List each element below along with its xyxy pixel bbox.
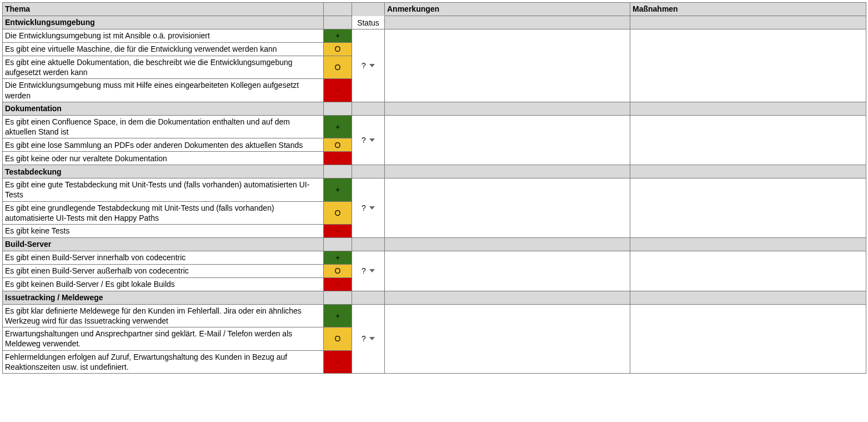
rag-cell: + bbox=[324, 115, 352, 138]
section-rag-blank bbox=[324, 102, 352, 115]
section-anm-blank bbox=[385, 102, 630, 115]
item-text: Es gibt keine oder nur veraltete Dokumen… bbox=[5, 154, 167, 163]
rag-cell: O bbox=[324, 138, 352, 152]
status-value: ? bbox=[362, 61, 366, 71]
item-text: Es gibt eine grundlegende Testabdeckung … bbox=[5, 203, 274, 222]
section-title: Build-Server bbox=[5, 240, 51, 249]
massnahmen-cell[interactable] bbox=[630, 304, 866, 373]
section-status-blank bbox=[352, 237, 385, 251]
section-rag-blank bbox=[324, 237, 352, 251]
anmerkungen-cell[interactable] bbox=[385, 304, 630, 373]
status-value: ? bbox=[362, 203, 366, 213]
status-column-label: Status bbox=[357, 18, 379, 27]
status-dropdown[interactable]: ? bbox=[352, 115, 385, 165]
rag-cell: + bbox=[324, 178, 352, 201]
item-text: Es gibt eine gute Testabdeckung mit Unit… bbox=[5, 180, 309, 199]
section-title: Issuetracking / Meldewege bbox=[5, 293, 103, 302]
section-title: Dokumentation bbox=[5, 104, 62, 113]
status-dropdown[interactable]: ? bbox=[352, 251, 385, 291]
item-text: Es gibt eine virtuelle Maschine, die für… bbox=[5, 44, 277, 53]
col-header-massnahmen: Maßnahmen bbox=[633, 4, 678, 13]
anmerkungen-cell[interactable] bbox=[385, 115, 630, 165]
section-rag-blank bbox=[324, 165, 352, 178]
rag-cell: O bbox=[324, 201, 352, 224]
section-mass-blank bbox=[630, 16, 866, 29]
section-mass-blank bbox=[630, 237, 866, 251]
rag-cell: + bbox=[324, 304, 352, 327]
status-dropdown[interactable]: ? bbox=[352, 178, 385, 238]
massnahmen-cell[interactable] bbox=[630, 178, 866, 238]
status-value: ? bbox=[362, 135, 366, 145]
item-text: Es gibt klar definierte Meldewege für de… bbox=[5, 306, 302, 325]
section-anm-blank bbox=[385, 165, 630, 178]
section-anm-blank bbox=[385, 237, 630, 251]
section-status-blank bbox=[352, 102, 385, 115]
chevron-down-icon[interactable] bbox=[369, 337, 375, 340]
rag-cell: O bbox=[324, 56, 352, 79]
rag-cell: - bbox=[324, 224, 352, 237]
section-status-blank bbox=[352, 291, 385, 304]
item-text: Es gibt eine lose Sammlung an PDFs oder … bbox=[5, 141, 303, 150]
item-text: Es gibt eine aktuelle Dokumentation, die… bbox=[5, 58, 293, 77]
item-text: Erwartungshaltungen und Ansprechpartner … bbox=[5, 329, 292, 348]
status-value: ? bbox=[362, 266, 366, 276]
assessment-table: ThemaAnmerkungenMaßnahmenEntwicklungsumg… bbox=[2, 2, 866, 374]
rag-cell: O bbox=[324, 264, 352, 277]
rag-cell: O bbox=[324, 327, 352, 350]
item-text: Es gibt keinen Build-Server / Es gibt lo… bbox=[5, 280, 175, 289]
chevron-down-icon[interactable] bbox=[369, 206, 375, 210]
item-text: Es gibt einen Build-Server innerhalb von… bbox=[5, 253, 185, 262]
col-header-anmerkungen: Anmerkungen bbox=[387, 4, 439, 13]
item-text: Die Entwicklungsumgebung ist mit Ansible… bbox=[5, 31, 210, 40]
status-dropdown[interactable]: ? bbox=[352, 29, 385, 102]
rag-cell: - bbox=[324, 277, 352, 291]
rag-cell: - bbox=[324, 350, 352, 373]
rag-cell: O bbox=[324, 43, 352, 56]
col-header-rag-blank bbox=[324, 3, 352, 16]
section-anm-blank bbox=[385, 291, 630, 304]
item-text: Es gibt einen Confluence Space, in dem d… bbox=[5, 117, 290, 136]
massnahmen-cell[interactable] bbox=[630, 115, 866, 165]
anmerkungen-cell[interactable] bbox=[385, 29, 630, 102]
section-title: Testabdeckung bbox=[5, 167, 62, 176]
rag-cell: + bbox=[324, 251, 352, 264]
item-text: Es gibt keine Tests bbox=[5, 226, 69, 235]
item-text: Es gibt einen Build-Server außerhalb von… bbox=[5, 266, 189, 275]
section-rag-blank bbox=[324, 291, 352, 304]
rag-cell: + bbox=[324, 29, 352, 43]
status-value: ? bbox=[362, 334, 366, 344]
section-title: Entwicklungsumgebung bbox=[5, 18, 95, 27]
section-mass-blank bbox=[630, 165, 866, 178]
section-status-blank bbox=[352, 165, 385, 178]
item-text: Fehlermeldungen erfolgen auf Zuruf, Erwa… bbox=[5, 353, 287, 371]
section-anm-blank bbox=[385, 16, 630, 29]
col-header-thema: Thema bbox=[5, 4, 30, 13]
section-rag-blank bbox=[324, 16, 352, 29]
status-dropdown[interactable]: ? bbox=[352, 304, 385, 373]
massnahmen-cell[interactable] bbox=[630, 251, 866, 291]
col-header-status-blank bbox=[352, 3, 385, 16]
chevron-down-icon[interactable] bbox=[369, 138, 375, 142]
section-mass-blank bbox=[630, 291, 866, 304]
anmerkungen-cell[interactable] bbox=[385, 178, 630, 238]
chevron-down-icon[interactable] bbox=[369, 64, 375, 67]
anmerkungen-cell[interactable] bbox=[385, 251, 630, 291]
section-mass-blank bbox=[630, 102, 866, 115]
chevron-down-icon[interactable] bbox=[369, 269, 375, 272]
item-text: Die Entwicklungsumgebung muss mit Hilfe … bbox=[5, 81, 299, 100]
rag-cell: - bbox=[324, 152, 352, 165]
rag-cell: - bbox=[324, 79, 352, 102]
massnahmen-cell[interactable] bbox=[630, 29, 866, 102]
